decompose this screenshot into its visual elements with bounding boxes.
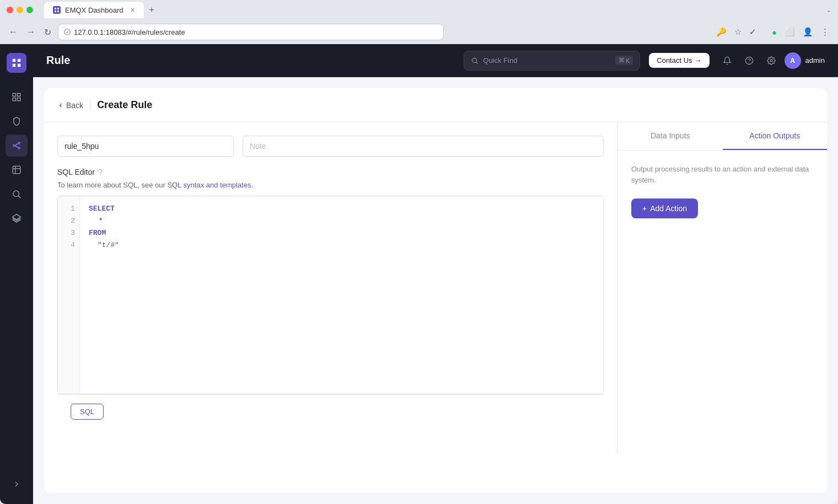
svg-line-13	[15, 146, 18, 148]
plus-icon: +	[642, 204, 647, 213]
line-num-2: 2	[58, 215, 79, 227]
bookmark-icon[interactable]: ☆	[732, 25, 744, 39]
panel-description: Output processing results to an action a…	[631, 164, 814, 185]
panel-body: Output processing results to an action a…	[618, 151, 827, 232]
topic-string: "t/#"	[98, 239, 119, 251]
page-title: Create Rule	[97, 99, 152, 111]
sql-syntax-link[interactable]: SQL syntax and templates.	[167, 181, 253, 189]
app-logo	[7, 53, 26, 73]
code-editor[interactable]: 1 2 3 4 SELECT	[57, 196, 604, 394]
ext4-icon[interactable]: ⬜	[782, 25, 797, 39]
note-input[interactable]	[243, 136, 604, 157]
tab-bar: EMQX Dashboard ✕ +	[44, 2, 821, 18]
left-section: SQL Editor ? To learn more about SQL, se…	[44, 122, 617, 453]
svg-rect-1	[57, 8, 59, 9]
notifications-icon[interactable]	[718, 52, 736, 69]
svg-point-17	[472, 58, 477, 62]
tab-data-inputs[interactable]: Data Inputs	[618, 122, 723, 150]
back-button[interactable]: Back	[57, 101, 83, 110]
new-tab-button[interactable]: +	[146, 4, 158, 16]
active-tab[interactable]: EMQX Dashboard ✕	[44, 2, 144, 18]
sidebar-item-dashboard[interactable]	[6, 86, 28, 108]
traffic-lights	[7, 7, 33, 13]
tab-label: EMQX Dashboard	[65, 6, 123, 14]
app: Rule Quick Find ⌘ K Contact Us →	[0, 44, 838, 504]
svg-point-11	[18, 147, 20, 149]
contact-us-button[interactable]: Contact Us →	[649, 53, 709, 68]
code-line-4: "t/#"	[89, 239, 594, 251]
search-placeholder: Quick Find	[483, 56, 517, 65]
window-expand[interactable]: ⌄	[826, 6, 831, 14]
rule-name-input[interactable]	[57, 136, 234, 157]
sidebar-item-extensions[interactable]	[6, 159, 28, 181]
browser-titlebar: EMQX Dashboard ✕ + ⌄	[0, 0, 838, 20]
sidebar-item-layers[interactable]	[6, 207, 28, 229]
svg-line-18	[476, 62, 478, 63]
ext1-icon[interactable]: ✓	[747, 25, 759, 39]
forward-nav-button[interactable]: →	[24, 25, 37, 39]
sidebar-bottom	[6, 473, 28, 495]
svg-point-9	[13, 145, 15, 147]
sidebar-item-rules[interactable]	[6, 135, 28, 157]
add-action-button[interactable]: + Add Action	[631, 199, 698, 218]
svg-point-21	[770, 60, 772, 62]
sql-editor-header: SQL Editor ?	[57, 168, 604, 176]
code-editor-body: 1 2 3 4 SELECT	[58, 196, 603, 394]
svg-rect-5	[13, 93, 15, 96]
page-header-divider	[90, 100, 90, 111]
menu-icon[interactable]: ⋮	[819, 25, 831, 39]
address-bar[interactable]: 127.0.0.1:18083/#/rule/rules/create	[58, 24, 444, 40]
sidebar	[0, 44, 33, 504]
svg-rect-2	[55, 10, 56, 12]
profile-icon[interactable]: 👤	[801, 25, 815, 39]
main-content: Back Create Rule	[33, 77, 838, 504]
close-button[interactable]	[7, 7, 13, 13]
content-wrapper: Back Create Rule	[44, 88, 827, 493]
svg-rect-6	[18, 93, 20, 96]
svg-rect-8	[18, 98, 20, 101]
bottom-bar: SQL	[57, 394, 604, 428]
content-body: SQL Editor ? To learn more about SQL, se…	[44, 122, 827, 453]
svg-point-10	[18, 142, 20, 144]
svg-rect-3	[57, 10, 59, 12]
tabs-row: Data Inputs Action Outputs	[618, 122, 827, 151]
maximize-button[interactable]	[26, 7, 33, 13]
code-line-2: *	[89, 215, 594, 227]
search-bar[interactable]: Quick Find ⌘ K	[464, 51, 640, 71]
keyword-select: SELECT	[89, 203, 115, 215]
code-line-1: SELECT	[89, 203, 594, 215]
key-icon[interactable]: 🔑	[714, 25, 729, 39]
back-nav-button[interactable]: ←	[7, 25, 20, 39]
help-icon[interactable]	[740, 52, 758, 69]
app-header: Rule Quick Find ⌘ K Contact Us →	[33, 44, 838, 77]
svg-line-15	[18, 196, 20, 198]
tab-favicon	[53, 6, 61, 14]
code-content[interactable]: SELECT * FROM	[80, 196, 603, 394]
url-text: 127.0.0.1:18083/#/rule/rules/create	[74, 28, 185, 36]
keyword-from: FROM	[89, 227, 106, 239]
sql-learn-text: To learn more about SQL, see our SQL syn…	[57, 181, 604, 189]
header-icons: A admin	[718, 52, 825, 69]
settings-icon[interactable]	[762, 52, 780, 69]
sql-help-icon[interactable]: ?	[98, 168, 103, 176]
sql-editor-label: SQL Editor	[57, 168, 95, 176]
line-num-1: 1	[58, 203, 79, 215]
reload-button[interactable]: ↻	[42, 25, 53, 40]
tab-action-outputs[interactable]: Action Outputs	[723, 122, 828, 150]
sidebar-item-search[interactable]	[6, 183, 28, 205]
sidebar-expand-icon[interactable]	[6, 473, 28, 495]
admin-label: admin	[805, 56, 825, 65]
sql-editor-section: SQL Editor ? To learn more about SQL, se…	[57, 168, 604, 394]
minimize-button[interactable]	[17, 7, 23, 13]
sidebar-item-security[interactable]	[6, 110, 28, 132]
address-bar-row: ← → ↻ 127.0.0.1:18083/#/rule/rules/creat…	[0, 20, 838, 44]
form-row	[57, 136, 604, 157]
code-line-3: FROM	[89, 227, 594, 239]
sql-button[interactable]: SQL	[71, 404, 104, 420]
line-numbers: 1 2 3 4	[58, 196, 80, 394]
svg-rect-0	[55, 8, 56, 9]
tab-close-icon[interactable]: ✕	[130, 7, 135, 14]
page-header: Back Create Rule	[44, 88, 827, 122]
ext2-icon[interactable]	[762, 30, 766, 34]
ext3-icon[interactable]: ●	[770, 25, 779, 39]
